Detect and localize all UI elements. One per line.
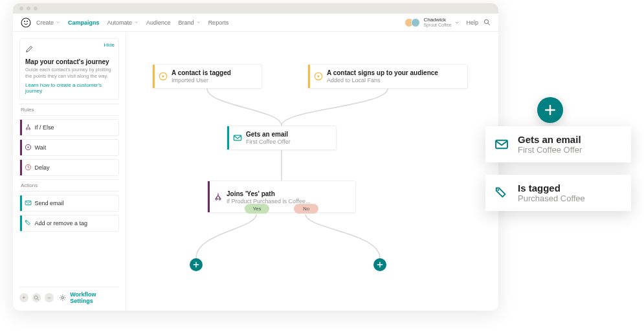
node-trigger-signup[interactable]: A contact signs up to your audience Adde… (307, 64, 468, 89)
mail-icon (229, 133, 246, 142)
account-text: Chadwick Sprout Coffee (423, 17, 451, 27)
svg-point-11 (24, 21, 25, 22)
zoom-fit-button[interactable] (32, 293, 41, 302)
browser-chrome (13, 3, 498, 14)
node-title: A contact signs up to your audience (327, 69, 438, 77)
nav-brand[interactable]: Brand (179, 19, 201, 26)
add-step-button[interactable] (190, 258, 203, 271)
gear-icon (59, 294, 67, 302)
rule-delay[interactable]: Delay (19, 159, 119, 176)
add-step-button[interactable] (373, 258, 386, 271)
rule-wait[interactable]: Wait (19, 139, 119, 156)
overlay-add-button[interactable] (537, 97, 563, 123)
mail-icon (485, 137, 518, 151)
nav-label: Campaigns (68, 19, 100, 26)
rules-heading: Rules (19, 104, 119, 116)
node-title: Gets an email (246, 131, 291, 138)
overlay-card-tag[interactable]: Is tagged Purchased Coffee (485, 175, 631, 211)
play-icon (155, 72, 172, 81)
avatar-stack (405, 18, 420, 27)
nav-label: Brand (179, 19, 194, 26)
app-window: Create Campaigns Automate Audience Brand… (13, 3, 498, 311)
chrome-dot (19, 6, 23, 10)
account-switcher[interactable]: Chadwick Sprout Coffee (405, 17, 460, 27)
nav-label: Reports (208, 19, 229, 26)
panel-desc: Guide each contact's journey by plotting… (25, 67, 113, 80)
zoom-out-button[interactable]: − (45, 293, 54, 302)
node-sub: Imported User (172, 77, 231, 84)
nav-label: Automate (107, 19, 133, 26)
logo-icon[interactable] (21, 17, 31, 28)
clock-icon (22, 164, 35, 171)
svg-point-10 (21, 18, 30, 27)
node-send-email[interactable]: Gets an email First Coffee Offer (227, 126, 337, 150)
workflow-settings-link[interactable]: Workflow Settings (70, 291, 119, 304)
nav-reports[interactable]: Reports (208, 19, 229, 26)
svg-point-12 (27, 21, 28, 22)
node-trigger-tagged[interactable]: A contact is tagged Imported User (152, 64, 262, 89)
action-tag[interactable]: Add or remove a tag (19, 215, 119, 232)
node-sub: Added to Local Fans (327, 77, 438, 84)
block-label: Add or remove a tag (35, 220, 88, 227)
action-send-email[interactable]: Send email (19, 195, 119, 212)
nav-label: Audience (146, 19, 171, 26)
split-icon (22, 124, 35, 131)
sidebar-footer: + − Workflow Settings (19, 287, 119, 311)
card-title: Is tagged (518, 183, 585, 194)
branch-yes-pill[interactable]: Yes (245, 204, 269, 214)
play-icon (310, 72, 327, 81)
tag-icon (485, 186, 518, 200)
node-title: Joins 'Yes' path (227, 190, 310, 198)
block-label: If / Else (35, 124, 54, 131)
pen-icon (25, 44, 34, 53)
nav-create[interactable]: Create (36, 19, 60, 26)
card-sub: First Coffee Offer (518, 145, 582, 155)
sidebar: Hide Map your contact's journey Guide ea… (13, 32, 126, 311)
chevron-down-icon (196, 20, 201, 25)
branch-no-pill[interactable]: No (294, 204, 318, 214)
chevron-down-icon (56, 20, 60, 25)
card-title: Gets an email (518, 134, 582, 145)
journey-panel: Hide Map your contact's journey Guide ea… (19, 38, 119, 100)
panel-title: Map your contact's journey (25, 58, 113, 65)
chrome-dot (27, 6, 30, 10)
split-icon (210, 192, 227, 201)
hide-link[interactable]: Hide (104, 42, 115, 48)
nav-campaigns[interactable]: Campaigns (68, 19, 100, 26)
block-label: Delay (35, 164, 50, 171)
wait-icon (22, 144, 35, 151)
actions-heading: Actions (19, 179, 119, 192)
org-name: Sprout Coffee (423, 23, 451, 27)
chevron-down-icon (454, 20, 460, 25)
panel-link[interactable]: Learn how to create a customer's journey (25, 82, 113, 94)
nav-automate[interactable]: Automate (107, 19, 139, 26)
tag-icon (22, 219, 35, 227)
block-label: Wait (35, 144, 47, 151)
chrome-dot (34, 6, 38, 10)
mail-icon (22, 199, 35, 206)
block-label: Send email (35, 200, 64, 206)
nav-audience[interactable]: Audience (146, 19, 171, 26)
card-sub: Purchased Coffee (518, 194, 585, 203)
node-if-else[interactable]: Joins 'Yes' path If Product Purchased is… (207, 181, 356, 213)
rule-if-else[interactable]: If / Else (19, 119, 119, 136)
nav-label: Help (466, 19, 478, 26)
nav-help[interactable]: Help (466, 19, 478, 26)
search-icon[interactable] (483, 19, 491, 26)
nav-label: Create (36, 19, 54, 26)
journey-canvas[interactable]: A contact is tagged Imported User A cont… (126, 32, 498, 311)
node-sub: First Coffee Offer (246, 138, 291, 146)
zoom-in-button[interactable]: + (19, 293, 28, 302)
overlay-card-email[interactable]: Gets an email First Coffee Offer (485, 126, 631, 162)
user-name: Chadwick (423, 17, 451, 23)
chevron-down-icon (134, 20, 139, 25)
node-title: A contact is tagged (172, 69, 231, 77)
avatar (411, 18, 420, 27)
top-nav: Create Campaigns Automate Audience Brand… (13, 14, 498, 32)
